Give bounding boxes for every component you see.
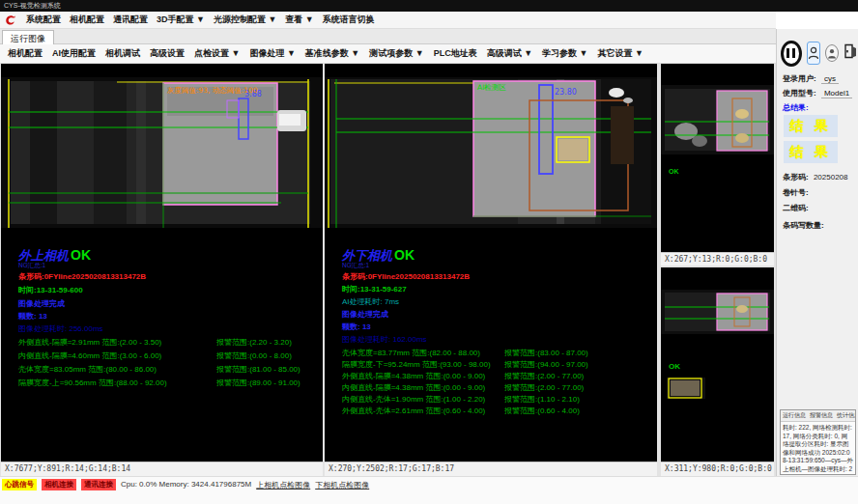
stats-log-text: 耗时: 222, 网络检测耗时: 17, 网络分类耗时: 0, 网络提取分区耗时… <box>781 422 855 475</box>
operator-button[interactable] <box>825 44 839 62</box>
tool-camera-debug[interactable]: 相机调试 <box>105 47 140 60</box>
login-user-label: 登录用户: <box>783 74 816 83</box>
menu-item-3d-config[interactable]: 3D手配置 ▼ <box>157 14 205 26</box>
camera-name-label: 外下相机 <box>342 248 392 263</box>
camera-view-small-top[interactable]: OK <box>661 64 774 252</box>
measurement-value: 壳体宽度=83.77mm 范围:(82.00 - 88.00) <box>342 348 504 358</box>
elapsed-line: 图像处理耗时: 162.00ms <box>342 334 427 345</box>
tool-test-params[interactable]: 测试项参数 ▼ <box>369 47 423 60</box>
measurement-value: 外侧直线-隔膜=4.38mm 范围:(0.00 - 9.00) <box>342 371 504 381</box>
measurement-row: 外侧直线-壳体=2.61mm 范围:(0.60 - 4.00) 报警范围:(0.… <box>342 406 580 416</box>
measurement-row: 内侧直线-隔膜=4.60mm 范围:(3.00 - 6.00) 报警范围:(0.… <box>18 350 292 361</box>
measurement-row: 壳体宽度=83.77mm 范围:(82.00 - 88.00) 报警范围:(83… <box>342 348 588 358</box>
elapsed-line: 图像处理耗时: 256.00ms <box>18 323 103 334</box>
window-title: CYS-视觉检测系统 <box>4 2 61 9</box>
tool-plc-address[interactable]: PLC地址表 <box>434 47 477 60</box>
upper-camera-check-link[interactable]: 上相机点检图像 <box>256 479 310 490</box>
stats-tab-alarm[interactable]: 报警信息 <box>810 411 833 420</box>
camera-view-small-bottom[interactable]: OK <box>661 267 774 462</box>
menu-bar: 系统配置 相机配置 通讯配置 3D手配置 ▼ 光源控制配置 ▼ 查看 ▼ 系统语… <box>0 12 776 29</box>
camera-image-upper-outer: 3.88 灰度阈值:93, 动态阈值:100 <box>1 77 323 228</box>
measurement-value: 外侧直线-隔膜=2.91mm 范围:(2.00 - 3.50) <box>18 337 216 348</box>
status-bar: 心跳信号 相机连接 通讯连接 Cpu: 0.0% Memory: 3424.41… <box>0 476 858 504</box>
tool-image-processing[interactable]: 图像处理 ▼ <box>249 47 295 60</box>
tool-advanced-settings[interactable]: 高级设置 <box>150 47 185 60</box>
camera-image-small-top <box>661 85 774 154</box>
process-status-line: 图像处理完成 <box>18 298 65 309</box>
feature-bright <box>736 305 748 313</box>
barcode-line: 条形码:0FYIine2025020813313472B <box>342 271 470 282</box>
feature-bright <box>735 109 749 119</box>
time-line: 时间:13-31-59-627 <box>342 284 407 294</box>
login-user-value[interactable]: cys <box>821 74 839 84</box>
heartbeat-status-badge: 心跳信号 <box>2 479 37 490</box>
qr-code-label: 二维码: <box>783 203 809 213</box>
tool-ai-usage-config[interactable]: AI使用配置 <box>52 47 96 60</box>
alarm-range: 报警范围:(2.20 - 3.20) <box>216 337 292 348</box>
tool-spot-check[interactable]: 点检设置 ▼ <box>194 47 240 60</box>
feature-bright <box>735 133 749 143</box>
alarm-range: 报警范围:(89.00 - 91.00) <box>216 378 300 388</box>
tool-learning-params[interactable]: 学习参数 ▼ <box>542 47 587 60</box>
ok-status-label: OK <box>394 247 415 263</box>
tool-advanced-debug[interactable]: 高级调试 ▼ <box>487 47 532 60</box>
tab-run-image[interactable]: 运行图像 <box>2 30 54 44</box>
stats-log-box[interactable]: 运行信息 报警信息 统计信息 耗时: 222, 网络检测耗时: 17, 网络分类… <box>780 409 856 475</box>
ng-summary-line: NG汇总:1 <box>342 262 369 270</box>
result-display-box-1: 结 果 <box>784 115 838 137</box>
camera-name-label: 外上相机 <box>18 248 69 263</box>
barcode-line: 条形码:0FYIine2025020813313472B <box>18 271 146 282</box>
alarm-range: 报警范围:(2.00 - 77.00) <box>504 382 584 393</box>
menu-item-comm-config[interactable]: 通讯配置 <box>113 14 148 26</box>
camera-connection-badge: 相机连接 <box>42 479 76 490</box>
pixel-coords-small-bottom: X:311;Y:980;R:0;G:0;B:0 <box>661 462 774 476</box>
highlight-spot <box>609 88 624 98</box>
pixel-coords-left: X:7677;Y:891;R:14;G:14;B:14 <box>1 462 323 476</box>
small-top-note: OK <box>669 168 679 175</box>
measurement-row: 隔膜宽度-下=95.24mm 范围:(93.00 - 98.00) 报警范围:(… <box>342 359 588 370</box>
menu-item-language-switch[interactable]: 系统语言切换 <box>323 14 375 26</box>
measurement-value: 隔膜宽度-下=95.24mm 范围:(93.00 - 98.00) <box>342 359 504 370</box>
model-value[interactable]: Model1 <box>821 89 852 98</box>
comm-connection-badge: 通讯连接 <box>81 479 116 490</box>
menu-item-light-control[interactable]: 光源控制配置 ▼ <box>214 14 276 26</box>
camera-view-lower-outer[interactable]: AI检测区 23.80 外下相机OK NG汇总:1 条形码:0FYIine202… <box>325 64 657 462</box>
camera-image-lower-outer: AI检测区 23.80 <box>325 77 657 228</box>
ai-zone-label: AI检测区 <box>477 83 506 92</box>
exit-button[interactable] <box>844 43 858 63</box>
measurement-row: 外侧直线-隔膜=4.38mm 范围:(0.00 - 9.00) 报警范围:(2.… <box>342 371 584 381</box>
measurement-row: 外侧直线-隔膜=2.91mm 范围:(2.00 - 3.50) 报警范围:(2.… <box>18 337 292 348</box>
app-logo-icon <box>4 14 17 27</box>
feature-bright <box>558 139 587 160</box>
tool-camera-config[interactable]: 相机配置 <box>8 47 43 60</box>
menu-item-view[interactable]: 查看 ▼ <box>285 14 313 26</box>
measurement-value: 隔膜宽度-上=90.56mm 范围:(88.00 - 92.00) <box>18 378 216 388</box>
menu-item-camera-config[interactable]: 相机配置 <box>70 14 104 26</box>
pause-button[interactable] <box>781 41 802 67</box>
alarm-range: 报警范围:(0.00 - 8.00) <box>216 350 292 361</box>
lower-camera-check-link[interactable]: 下相机点检图像 <box>315 479 369 490</box>
count-line: 颗数: 13 <box>342 322 371 332</box>
camera-view-upper-outer[interactable]: 3.88 灰度阈值:93, 动态阈值:100 外上相机OK NG汇总:1 条形码… <box>1 64 323 462</box>
alarm-range: 报警范围:(94.00 - 97.00) <box>504 359 588 370</box>
cpu-memory-readout: Cpu: 0.0% Memory: 3424.41796875M <box>121 479 251 489</box>
user-mode-button[interactable] <box>807 42 821 65</box>
count-line: 颗数: 13 <box>18 311 47 322</box>
ng-summary-line: NG汇总:1 <box>18 262 45 270</box>
alarm-range: 报警范围:(1.10 - 2.10) <box>504 394 580 405</box>
stats-tab-run[interactable]: 运行信息 <box>783 411 806 420</box>
feature-crop-small <box>667 378 705 399</box>
tool-baseline-params[interactable]: 基准线参数 ▼ <box>305 47 359 60</box>
stats-tab-stats[interactable]: 统计信息 <box>837 411 856 420</box>
control-buttons-row <box>781 39 858 68</box>
total-result-label: 总结果: <box>783 102 809 113</box>
barcode-value: 20250208 <box>814 173 848 182</box>
menu-item-system-config[interactable]: 系统配置 <box>26 14 61 26</box>
ai-elapsed-line: AI处理耗时: 7ms <box>342 296 399 307</box>
tool-other-settings[interactable]: 其它设置 ▼ <box>598 47 644 60</box>
alarm-range: 报警范围:(0.60 - 4.00) <box>504 406 580 416</box>
process-status-line: 图像处理完成 <box>342 309 388 320</box>
pin-number-label: 卷针号: <box>783 187 809 198</box>
measurement-row: 内侧直线-壳体=1.90mm 范围:(1.00 - 2.20) 报警范围:(1.… <box>342 394 580 405</box>
window-title-bar: CYS-视觉检测系统 <box>0 0 858 12</box>
